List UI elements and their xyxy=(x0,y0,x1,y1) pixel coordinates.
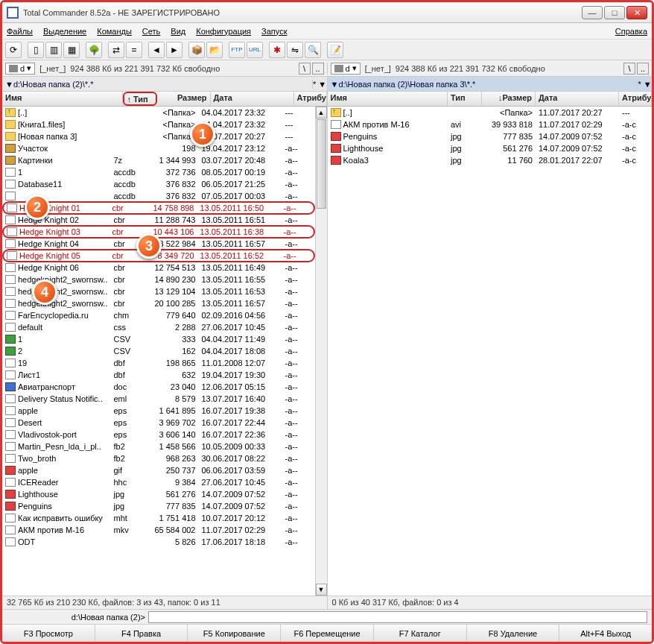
swap-icon[interactable]: ⇄ xyxy=(108,42,124,58)
search-icon[interactable]: 🔍 xyxy=(305,42,321,58)
back-icon[interactable]: ◄ xyxy=(148,42,165,58)
file-row[interactable]: 1CSV33304.04.2017 11:49-a-- xyxy=(2,333,315,345)
maximize-button[interactable]: □ xyxy=(604,6,625,19)
file-row[interactable]: Lighthousejpg561 27614.07.2009 07:52-a-c xyxy=(328,142,653,154)
f8-button[interactable]: F8 Удаление xyxy=(467,625,560,642)
right-file-list[interactable]: [..]<Папка>11.07.2017 20:27---АКМ против… xyxy=(328,107,653,596)
col-ext[interactable]: ↑ Тип xyxy=(123,92,157,106)
file-row[interactable]: Hedge Knight 03cbr10 443 10613.05.2011 1… xyxy=(2,225,315,239)
left-history-button[interactable]: * ▼ xyxy=(312,80,327,89)
right-up-button[interactable]: .. xyxy=(637,63,649,75)
forward-icon[interactable]: ► xyxy=(166,42,182,58)
file-row[interactable]: Penguinsjpg777 83514.07.2009 07:52-a-c xyxy=(328,130,653,142)
left-path[interactable]: ▼d:\Новая папка (2)\*.* xyxy=(2,80,312,89)
file-row[interactable]: applegif250 73706.06.2017 03:59-a-- xyxy=(2,464,315,476)
file-row[interactable]: Hedge Knight 02cbr11 288 74313.05.2011 1… xyxy=(2,214,315,226)
col-size[interactable]: ↓Размер xyxy=(482,92,536,106)
notepad-icon[interactable]: 📝 xyxy=(327,42,343,58)
file-row[interactable]: Картинки7z1 344 99303.07.2017 20:48-a-- xyxy=(2,154,315,166)
file-row[interactable]: accdb376 83207.05.2017 00:03-a-- xyxy=(2,190,315,202)
menu-mark[interactable]: Выделение xyxy=(43,27,86,36)
refresh-icon[interactable]: ⟳ xyxy=(5,42,22,58)
target-icon[interactable]: = xyxy=(126,42,142,58)
file-row[interactable]: [..]<Папка>11.07.2017 20:27--- xyxy=(328,107,653,119)
col-attr[interactable]: Атрибу xyxy=(294,92,327,106)
ftp-icon[interactable]: FTP xyxy=(229,42,245,58)
minimize-button[interactable]: — xyxy=(582,6,603,19)
file-row[interactable]: Database11accdb376 83206.05.2017 21:25-a… xyxy=(2,178,315,190)
scroll-thumb[interactable] xyxy=(317,119,326,209)
scrollbar[interactable]: ▲ ▼ xyxy=(315,107,327,596)
right-history-button[interactable]: * ▼ xyxy=(637,80,652,89)
col-size[interactable]: Размер xyxy=(157,92,211,106)
file-row[interactable]: Hedge Knight 06cbr12 754 51313.05.2011 1… xyxy=(2,262,315,274)
file-row[interactable]: 19dbf198 86511.01.2008 12:07-a-- xyxy=(2,357,315,369)
col-ext[interactable]: Тип xyxy=(448,92,482,106)
left-drive-select[interactable]: d▾ xyxy=(5,63,35,75)
file-row[interactable]: Koala3jpg11 76028.01.2017 22:07-a-c xyxy=(328,154,653,166)
col-date[interactable]: Дата xyxy=(536,92,619,106)
close-button[interactable]: ✕ xyxy=(626,6,647,19)
view-full-icon[interactable]: ▥ xyxy=(45,42,62,58)
sync-icon[interactable]: ⇋ xyxy=(287,42,303,58)
menu-file[interactable]: Файлы xyxy=(7,27,33,36)
menu-config[interactable]: Конфигурация xyxy=(196,27,251,36)
f4-button[interactable]: F4 Правка xyxy=(95,625,188,642)
file-row[interactable]: Lighthousejpg561 27614.07.2009 07:52-a-- xyxy=(2,488,315,500)
left-root-button[interactable]: \ xyxy=(299,63,311,75)
f6-button[interactable]: F6 Перемещение xyxy=(281,625,374,642)
col-attr[interactable]: Атрибу xyxy=(619,92,652,106)
scroll-down-icon[interactable]: ▼ xyxy=(316,584,327,596)
file-row[interactable]: [Новая папка 3]<Папка>11.07.2017 20:27--… xyxy=(2,130,315,142)
url-icon[interactable]: URL xyxy=(247,42,263,58)
f5-button[interactable]: F5 Копирование xyxy=(188,625,281,642)
menu-view[interactable]: Вид xyxy=(171,27,185,36)
cmd-input[interactable] xyxy=(148,611,647,623)
pack-icon[interactable]: 📦 xyxy=(188,42,205,58)
file-row[interactable]: АКМ против М-16mkv65 584 00211.07.2017 0… xyxy=(2,524,315,536)
col-name[interactable]: Имя xyxy=(328,92,448,106)
file-row[interactable]: АКМ против М-16avi39 933 81811.07.2017 0… xyxy=(328,119,653,130)
file-row[interactable]: [..]<Папка>04.04.2017 23:32--- xyxy=(2,107,315,119)
file-row[interactable]: ICEReaderhhc9 38427.06.2017 10:45-a-- xyxy=(2,476,315,488)
file-row[interactable]: Лист1dbf63219.04.2017 19:30-a-- xyxy=(2,369,315,381)
right-drive-select[interactable]: d▾ xyxy=(331,63,361,75)
star-icon[interactable]: ✱ xyxy=(269,42,285,58)
file-row[interactable]: Two_brothfb2968 26330.06.2017 08:22-a-- xyxy=(2,452,315,464)
col-date[interactable]: Дата xyxy=(211,92,294,106)
left-up-button[interactable]: .. xyxy=(312,63,324,75)
file-row[interactable]: appleeps1 641 89516.07.2017 19:38-a-- xyxy=(2,405,315,417)
file-row[interactable]: Delivery Status Notific..eml8 57913.07.2… xyxy=(2,393,315,405)
view-thumb-icon[interactable]: ▦ xyxy=(63,42,80,58)
file-row[interactable]: Участок19819.04.2017 23:12-a-- xyxy=(2,142,315,154)
f7-button[interactable]: F7 Каталог xyxy=(374,625,467,642)
file-row[interactable]: Deserteps3 969 70216.07.2017 22:44-a-- xyxy=(2,417,315,429)
titlebar[interactable]: Total Commander 8.52a - НЕ ЗАРЕГИСТРИРОВ… xyxy=(2,2,652,23)
left-file-list[interactable]: [..]<Папка>04.04.2017 23:32---[Книга1.fi… xyxy=(2,107,315,596)
file-row[interactable]: 1accdb372 73608.05.2017 00:19-a-- xyxy=(2,166,315,178)
menu-net[interactable]: Сеть xyxy=(142,27,160,36)
unpack-icon[interactable]: 📂 xyxy=(206,42,223,58)
tree-icon[interactable]: 🌳 xyxy=(86,42,102,58)
col-name[interactable]: Имя xyxy=(2,92,123,106)
file-row[interactable]: Martin_Pesn_lda_i_pl..fb21 458 56610.05.… xyxy=(2,441,315,452)
scroll-up-icon[interactable]: ▲ xyxy=(316,107,327,119)
file-row[interactable]: Vladivostok-porteps3 606 14016.07.2017 2… xyxy=(2,429,315,441)
altf4-button[interactable]: Alt+F4 Выход xyxy=(559,625,652,642)
menu-commands[interactable]: Команды xyxy=(97,27,132,36)
file-row[interactable]: Авиатранспортdoc23 04012.06.2017 05:15-a… xyxy=(2,381,315,393)
menu-start[interactable]: Запуск xyxy=(261,27,287,36)
file-row[interactable]: ODT5 82617.06.2017 18:18-a-- xyxy=(2,536,315,548)
file-row[interactable]: Как исправить ошибкуmht1 751 41810.07.20… xyxy=(2,512,315,524)
menu-help[interactable]: Справка xyxy=(615,27,647,36)
f3-button[interactable]: F3 Просмотр xyxy=(2,625,95,642)
file-ext: chm xyxy=(111,311,145,320)
right-root-button[interactable]: \ xyxy=(623,63,635,75)
file-row[interactable]: 2CSV16204.04.2017 18:08-a-- xyxy=(2,345,315,357)
right-path[interactable]: ▼d:\Новая папка (2)\Новая папка 3\*.* xyxy=(328,80,638,89)
file-row[interactable]: defaultcss2 28827.06.2017 10:45-a-- xyxy=(2,321,315,333)
file-row[interactable]: [Книга1.files]<Папка>04.04.2017 23:32--- xyxy=(2,119,315,130)
file-row[interactable]: FarEncyclopedia.ruchm779 64002.09.2016 0… xyxy=(2,309,315,321)
view-brief-icon[interactable]: ▯ xyxy=(28,42,44,58)
file-row[interactable]: Penguinsjpg777 83514.07.2009 07:52-a-- xyxy=(2,500,315,512)
